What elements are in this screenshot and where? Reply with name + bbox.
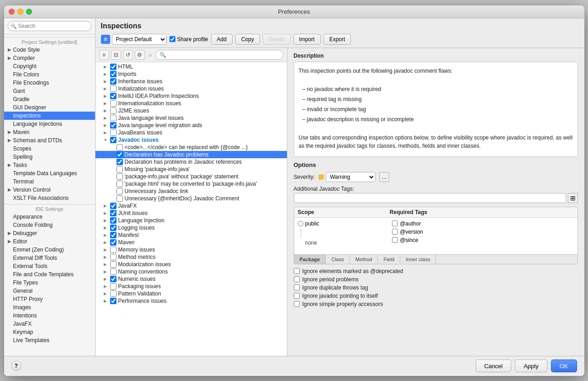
sidebar-item-appearance[interactable]: Appearance xyxy=(4,213,95,221)
tree-check[interactable] xyxy=(110,93,117,99)
tree-item-lang-injection[interactable]: ▶ Language Injection xyxy=(95,217,287,224)
sidebar-item-terminal[interactable]: Terminal xyxy=(4,177,95,186)
apply-button[interactable]: Apply xyxy=(515,360,547,372)
tree-check[interactable] xyxy=(110,86,117,92)
sidebar-item-language-injections[interactable]: Language Injections xyxy=(4,120,95,128)
tree-item-numeric[interactable]: ▶ Numeric issues xyxy=(95,275,287,283)
tree-check[interactable] xyxy=(110,210,117,216)
tree-check[interactable] xyxy=(110,268,117,275)
tree-item-inheritance[interactable]: ▶ Inheritance issues xyxy=(95,78,287,85)
sidebar-item-file-colors[interactable]: File Colors xyxy=(4,70,95,79)
maximize-button[interactable] xyxy=(26,9,32,15)
tree-item-initialization[interactable]: ▶ Initialization issues xyxy=(95,85,287,92)
sidebar-item-file-encodings[interactable]: File Encodings xyxy=(4,79,95,87)
sidebar-item-gui-designer[interactable]: GUI Designer xyxy=(4,103,95,112)
tree-item-javadoc[interactable]: ▼ Javadoc issues xyxy=(95,136,287,144)
reset-button[interactable]: ↺ xyxy=(123,50,133,60)
tree-item-package-html-convert[interactable]: 'package.html' may be converted to 'pack… xyxy=(95,180,287,188)
ignore-period-checkbox[interactable] xyxy=(294,276,300,282)
help-button[interactable]: ? xyxy=(11,361,21,371)
scope-tab-class[interactable]: Class xyxy=(326,255,350,264)
sidebar-item-spelling[interactable]: Spelling xyxy=(4,153,95,161)
severity-select[interactable]: WarningErrorInfoWeak Warning xyxy=(326,172,376,182)
tree-check[interactable] xyxy=(110,122,117,129)
sidebar-item-file-types[interactable]: File Types xyxy=(4,279,95,287)
add-button[interactable]: Add xyxy=(211,34,233,45)
tree-item-logging[interactable]: ▶ Logging issues xyxy=(95,224,287,231)
scope-tab-inner-class[interactable]: Inner class xyxy=(400,255,436,264)
tree-item-decl-javadoc[interactable]: Declaration has Javadoc problems xyxy=(95,151,287,158)
delete-button[interactable]: Delete xyxy=(263,34,291,45)
tree-check[interactable] xyxy=(110,261,117,268)
import-button[interactable]: Import xyxy=(293,34,321,45)
sidebar-item-intentions[interactable]: Intentions xyxy=(4,311,95,320)
sidebar-item-tasks[interactable]: ▶ Tasks xyxy=(4,161,95,169)
tree-item-javabeans[interactable]: ▶ JavaBeans issues xyxy=(95,129,287,136)
sidebar-item-emmet[interactable]: Emmet (Zen Coding) xyxy=(4,246,95,254)
sidebar-item-live-templates[interactable]: Live Templates xyxy=(4,336,95,344)
sidebar-item-maven[interactable]: ▶ Maven xyxy=(4,128,95,136)
tree-item-internationalization[interactable]: ▶ Internationalization issues xyxy=(95,100,287,107)
tree-check[interactable] xyxy=(110,137,117,143)
tree-check[interactable] xyxy=(110,232,117,238)
tree-item-java-lang-level[interactable]: ▶ Java language level issues xyxy=(95,114,287,122)
tree-item-intellij-platform[interactable]: ▶ IntelliJ IDEA Platform Inspections xyxy=(95,92,287,100)
javadoc-add-button[interactable]: ⊞ xyxy=(568,193,578,203)
list-search-input[interactable] xyxy=(155,50,283,60)
tree-check[interactable] xyxy=(110,64,117,70)
sidebar-item-version-control[interactable]: ▶ Version Control xyxy=(4,186,95,194)
scope-tab-field[interactable]: Field xyxy=(378,255,400,264)
tag-author-checkbox[interactable] xyxy=(392,220,398,226)
tree-check[interactable] xyxy=(117,159,123,165)
settings-button[interactable]: ⚙ xyxy=(135,50,145,60)
tree-item-unnecessary-inheritdoc[interactable]: Unnecessary {@inheritDoc} Javadoc Commen… xyxy=(95,195,287,202)
tree-item-missing-package-info[interactable]: Missing 'package-info.java' xyxy=(95,166,287,173)
tree-item-unnecessary-link[interactable]: Unnecessary Javadoc link xyxy=(95,188,287,195)
sidebar-item-ext-diff[interactable]: External Diff Tools xyxy=(4,254,95,262)
tree-check[interactable] xyxy=(110,217,117,224)
scope-tab-method[interactable]: Method xyxy=(350,255,378,264)
minimize-button[interactable] xyxy=(17,9,23,15)
tree-item-javafx[interactable]: ▶ JavaFX xyxy=(95,202,287,209)
tree-check[interactable] xyxy=(110,100,117,107)
sidebar-item-keymap[interactable]: Keymap xyxy=(4,328,95,336)
tree-item-method-metrics[interactable]: ▶ Method metrics xyxy=(95,253,287,261)
tag-version-checkbox[interactable] xyxy=(392,229,398,235)
tree-check[interactable] xyxy=(117,166,123,172)
tree-item-packaging[interactable]: ▶ Packaging issues xyxy=(95,283,287,290)
tree-check[interactable] xyxy=(110,115,117,121)
tree-item-package-info-no-pkg[interactable]: 'package-info.java' without 'package' st… xyxy=(95,173,287,180)
sidebar-item-http-proxy[interactable]: HTTP Proxy xyxy=(4,295,95,303)
ignore-throws-checkbox[interactable] xyxy=(294,284,300,290)
severity-more-button[interactable]: … xyxy=(379,172,389,182)
sidebar-item-images[interactable]: Images xyxy=(4,303,95,311)
sidebar-item-template-data[interactable]: Template Data Languages xyxy=(4,169,95,177)
close-button[interactable] xyxy=(9,9,15,15)
tree-item-modularization[interactable]: ▶ Modularization issues xyxy=(95,261,287,268)
sidebar-item-file-code-templates[interactable]: File and Code Templates xyxy=(4,270,95,279)
tree-item-naming[interactable]: ▶ Naming conventions xyxy=(95,268,287,275)
ignore-accessors-checkbox[interactable] xyxy=(294,301,300,307)
export-button[interactable]: Export xyxy=(323,34,351,45)
expand-all-button[interactable]: ≡ xyxy=(99,50,109,60)
cancel-button[interactable]: Cancel xyxy=(476,360,511,372)
collapse-all-button[interactable]: ⊟ xyxy=(111,50,121,60)
ignore-deprecated-checkbox[interactable] xyxy=(294,268,300,274)
tree-check[interactable] xyxy=(110,78,117,85)
ok-button[interactable]: OK xyxy=(551,360,577,372)
sidebar-item-code-style[interactable]: ▶ Code Style xyxy=(4,46,95,54)
tree-item-java-lang-migration[interactable]: ▶ Java language level migration aids xyxy=(95,122,287,129)
tag-since-checkbox[interactable] xyxy=(392,237,398,243)
tree-check[interactable] xyxy=(110,107,117,114)
tree-check[interactable] xyxy=(117,195,123,202)
sidebar-item-gant[interactable]: Gant xyxy=(4,87,95,95)
tree-check[interactable] xyxy=(117,144,123,150)
tree-check[interactable] xyxy=(110,247,117,253)
tree-check[interactable] xyxy=(110,283,117,290)
tree-check[interactable] xyxy=(110,129,117,136)
sidebar-item-inspections[interactable]: Inspections xyxy=(4,112,95,120)
tree-item-manifest[interactable]: ▶ Manifest xyxy=(95,231,287,239)
sidebar-item-xslt[interactable]: XSLT File Associations xyxy=(4,194,95,202)
javadoc-tags-input[interactable] xyxy=(294,193,566,203)
tree-check[interactable] xyxy=(110,71,117,77)
